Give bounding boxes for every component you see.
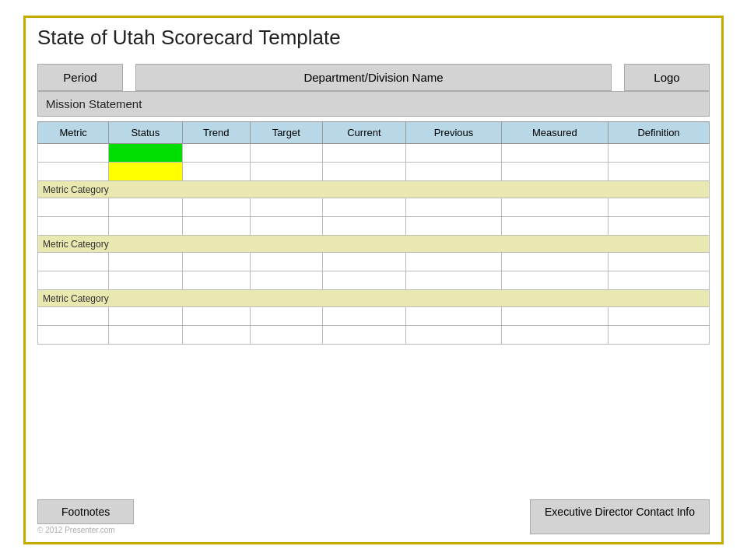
definition-cell (608, 163, 710, 181)
trend-cell (182, 144, 250, 163)
measured-cell (501, 307, 608, 326)
previous-cell (406, 271, 501, 290)
col-measured: Measured (501, 122, 608, 144)
status-cell (109, 217, 182, 236)
definition-cell (608, 144, 710, 163)
category-row: Metric Category (38, 236, 710, 253)
category-row: Metric Category (38, 181, 710, 198)
metric-cell (38, 163, 109, 181)
previous-cell (406, 253, 501, 271)
scorecard-table: Metric Status Trend Target Current Previ… (37, 121, 710, 345)
measured-cell (501, 144, 608, 163)
target-cell (250, 144, 322, 163)
previous-cell (406, 217, 501, 236)
yellow-indicator (109, 163, 181, 180)
target-cell (250, 217, 322, 236)
table-wrapper: Metric Status Trend Target Current Previ… (37, 121, 710, 493)
table-row (38, 163, 710, 181)
definition-cell (608, 307, 710, 326)
outer-container: State of Utah Scorecard Template Period … (23, 16, 724, 544)
current-cell (322, 163, 406, 181)
trend-cell (182, 253, 250, 271)
col-current: Current (322, 122, 406, 144)
target-cell (250, 307, 322, 326)
metric-cell (38, 271, 109, 290)
metric-cell (38, 326, 109, 345)
trend-cell (182, 307, 250, 326)
metric-cell (38, 307, 109, 326)
definition-cell (608, 253, 710, 271)
target-cell (250, 253, 322, 271)
status-cell (109, 198, 182, 217)
status-cell-yellow (109, 163, 182, 181)
measured-cell (501, 271, 608, 290)
col-trend: Trend (182, 122, 250, 144)
dept-box: Department/Division Name (135, 64, 612, 91)
measured-cell (501, 253, 608, 271)
metric-cell (38, 144, 109, 163)
col-status: Status (109, 122, 182, 144)
current-cell (322, 307, 406, 326)
previous-cell (406, 326, 501, 345)
previous-cell (406, 307, 501, 326)
target-cell (250, 271, 322, 290)
trend-cell (182, 271, 250, 290)
measured-cell (501, 198, 608, 217)
trend-cell (182, 326, 250, 345)
exec-contact-box: Executive Director Contact Info (530, 499, 710, 534)
table-row (38, 144, 710, 163)
table-header-row: Metric Status Trend Target Current Previ… (38, 122, 710, 144)
current-cell (322, 144, 406, 163)
metric-cell (38, 253, 109, 271)
green-indicator (109, 144, 181, 162)
metric-cell (38, 217, 109, 236)
category-row: Metric Category (38, 290, 710, 307)
status-cell (109, 253, 182, 271)
footnotes-label: Footnotes (37, 499, 134, 524)
target-cell (250, 326, 322, 345)
previous-cell (406, 163, 501, 181)
trend-cell (182, 217, 250, 236)
col-target: Target (250, 122, 322, 144)
measured-cell (501, 326, 608, 345)
definition-cell (608, 198, 710, 217)
copyright: © 2012 Presenter.com (37, 526, 134, 534)
col-previous: Previous (406, 122, 501, 144)
measured-cell (501, 217, 608, 236)
previous-cell (406, 198, 501, 217)
status-cell (109, 326, 182, 345)
current-cell (322, 217, 406, 236)
table-row (38, 271, 710, 290)
category-label: Metric Category (38, 290, 710, 307)
footer-row: Footnotes © 2012 Presenter.com Executive… (37, 493, 710, 534)
status-cell-green (109, 144, 182, 163)
table-row (38, 198, 710, 217)
trend-cell (182, 163, 250, 181)
status-cell (109, 271, 182, 290)
period-box: Period (37, 64, 123, 91)
definition-cell (608, 271, 710, 290)
measured-cell (501, 163, 608, 181)
target-cell (250, 163, 322, 181)
header-row: Period Department/Division Name Logo (37, 64, 710, 91)
current-cell (322, 271, 406, 290)
category-label: Metric Category (38, 181, 710, 198)
table-row (38, 253, 710, 271)
current-cell (322, 326, 406, 345)
trend-cell (182, 198, 250, 217)
current-cell (322, 253, 406, 271)
page-title: State of Utah Scorecard Template (37, 26, 710, 50)
table-row (38, 217, 710, 236)
mission-statement: Mission Statement (37, 91, 710, 117)
definition-cell (608, 326, 710, 345)
table-row (38, 307, 710, 326)
table-row (38, 326, 710, 345)
col-definition: Definition (608, 122, 710, 144)
status-cell (109, 307, 182, 326)
logo-box: Logo (624, 64, 710, 91)
footnotes-box: Footnotes © 2012 Presenter.com (37, 499, 134, 534)
previous-cell (406, 144, 501, 163)
col-metric: Metric (38, 122, 109, 144)
definition-cell (608, 217, 710, 236)
current-cell (322, 198, 406, 217)
